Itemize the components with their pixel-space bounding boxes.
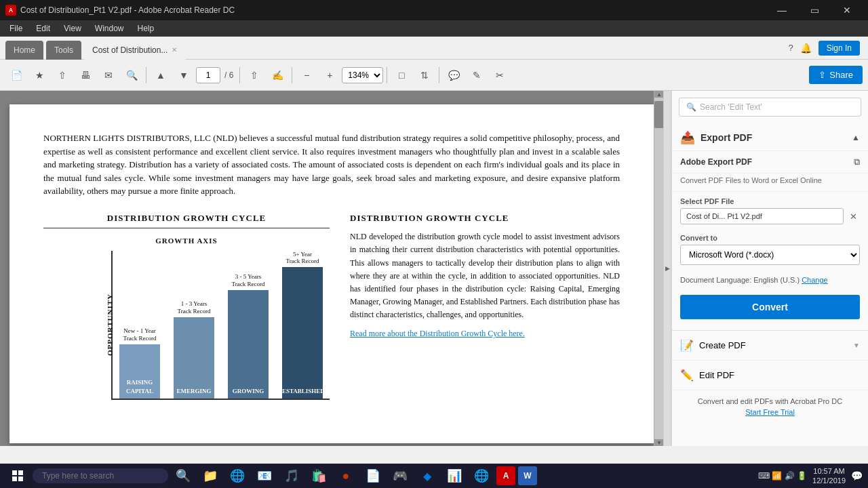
adobe-export-row: Adobe Export PDF ⧉ [672, 151, 868, 174]
fit-page-button[interactable]: □ [391, 64, 412, 86]
pdf-scrollbar[interactable]: ▲ ▼ [654, 91, 663, 446]
taskbar-search-input[interactable] [33, 468, 168, 483]
menu-file[interactable]: File [3, 22, 29, 35]
search-placeholder: Search 'Edit Text' [700, 102, 762, 112]
tab-close-icon[interactable]: ✕ [172, 46, 177, 54]
taskbar-app-mail[interactable]: 📧 [252, 464, 277, 488]
zoom-selector[interactable]: 134% 100% 75% 150% [342, 67, 383, 83]
export-pdf-left: 📤 Export PDF [680, 130, 752, 145]
zoom-out-button[interactable]: − [296, 64, 317, 86]
upload-button[interactable]: ⇧ [52, 64, 73, 86]
svg-rect-0 [12, 470, 17, 475]
dist-cycle-text: NLD developed the distribution growth cy… [350, 230, 620, 321]
help-icon[interactable]: ? [788, 43, 793, 53]
start-trial-link[interactable]: Start Free Trial [680, 408, 860, 416]
tab-document[interactable]: Cost of Distribution... ✕ [84, 41, 185, 60]
taskbar-app-word[interactable]: W [518, 466, 537, 485]
minimize-button[interactable]: ― [766, 0, 797, 20]
separator-2 [239, 67, 240, 83]
taskbar-system-tray: ⌨ 📶 🔊 🔋 [758, 471, 807, 481]
share-button[interactable]: ⇧ Share [809, 66, 863, 84]
tab-tools[interactable]: Tools [46, 41, 81, 60]
notification-icon[interactable]: 💬 [851, 470, 863, 481]
tab-home[interactable]: Home [5, 41, 43, 60]
bar-3: 3 - 5 YearsTrack Record GROWING [221, 251, 275, 399]
bar-4: 5+ YearTrack Record ESTABLISHED [275, 251, 330, 399]
separator-3 [292, 67, 292, 83]
pdf-viewer: NORTHERN LIGHTS DISTRIBUTORS, LLC (NLD) … [0, 91, 663, 446]
share-label: Share [829, 70, 853, 80]
taskbar-left: 🔍 📁 🌐 📧 🎵 🛍️ ● 📄 🎮 ◆ 📊 🌐 A W [5, 464, 537, 488]
chart-subtitle: GROWTH AXIS [43, 235, 330, 247]
read-more-link[interactable]: Read more about the Distribution Growth … [350, 327, 620, 340]
taskbar-app-edge[interactable]: 🌐 [225, 464, 250, 488]
export-pdf-title: Export PDF [701, 132, 752, 143]
select-tool[interactable]: ⇧ [243, 64, 265, 86]
taskbar-app-doc[interactable]: 📄 [361, 464, 385, 488]
next-page-button[interactable]: ▼ [173, 64, 195, 86]
edit-pdf-label: Edit PDF [699, 370, 734, 380]
search-edit-text[interactable]: 🔍 Search 'Edit Text' [679, 98, 861, 117]
convert-to-selector[interactable]: Microsoft Word (*.docx) Microsoft Excel … [680, 245, 860, 265]
title-bar: A Cost of Distribution_Pt1 V2.pdf - Adob… [0, 0, 868, 20]
convert-button[interactable]: Convert [680, 295, 860, 319]
close-button[interactable]: ✕ [831, 0, 863, 20]
page-number-input[interactable] [196, 67, 220, 83]
export-collapse-icon[interactable]: ▲ [852, 133, 860, 142]
scroll-button[interactable]: ⇅ [414, 64, 435, 86]
taskbar-app-chrome[interactable]: 🌐 [469, 464, 494, 488]
taskbar-app-blue[interactable]: ◆ [415, 464, 439, 488]
collapse-icon: ▶ [665, 265, 670, 272]
taskbar-app-1[interactable]: 🔍 [171, 464, 195, 488]
maximize-button[interactable]: ▭ [799, 0, 830, 20]
create-pdf-chevron: ▼ [853, 342, 860, 349]
comment-button[interactable]: 💬 [443, 64, 465, 86]
print-button[interactable]: 🖶 [75, 64, 96, 86]
prev-page-button[interactable]: ▲ [150, 64, 172, 86]
doc-language-row: Document Language: English (U.S.) Change [672, 273, 868, 289]
email-button[interactable]: ✉ [98, 64, 119, 86]
page-total: / 6 [224, 70, 233, 80]
bookmark-button[interactable]: ★ [28, 64, 50, 86]
taskbar-app-red[interactable]: ● [334, 464, 358, 488]
separator-4 [387, 67, 387, 83]
taskbar-app-2[interactable]: 📁 [198, 464, 222, 488]
menu-window[interactable]: Window [88, 22, 131, 35]
taskbar-app-game[interactable]: 🎮 [388, 464, 412, 488]
measure-button[interactable]: ✂ [489, 64, 511, 86]
new-button[interactable]: 📄 [5, 64, 27, 86]
edit-pdf-icon: ✏️ [680, 369, 694, 382]
bottom-promo: Convert and edit PDFs with Acrobat Pro D… [672, 390, 868, 423]
window-title: Cost of Distribution_Pt1 V2.pdf - Adobe … [20, 5, 235, 15]
scroll-up-arrow[interactable]: ▲ [654, 91, 663, 98]
zoom-in-button[interactable]: + [319, 64, 340, 86]
menu-view[interactable]: View [57, 22, 88, 35]
taskbar-date: 12/1/2019 [812, 476, 846, 485]
menu-edit[interactable]: Edit [29, 22, 57, 35]
svg-rect-1 [18, 470, 23, 475]
start-button[interactable] [5, 464, 30, 488]
draw-button[interactable]: ✎ [466, 64, 488, 86]
copy-icon[interactable]: ⧉ [854, 157, 860, 167]
export-description: Convert PDF Files to Word or Excel Onlin… [672, 174, 868, 192]
y-axis-label: OPPORTUNITY [104, 293, 116, 356]
panel-collapse-btn[interactable]: ▶ [663, 91, 671, 446]
menu-help[interactable]: Help [131, 22, 161, 35]
toolbar: 📄 ★ ⇧ 🖶 ✉ 🔍 ▲ ▼ / 6 ⇧ ✍ − + 134% 100% 75… [0, 60, 868, 91]
scroll-down-arrow[interactable]: ▼ [654, 439, 663, 446]
taskbar-app-store[interactable]: 🛍️ [307, 464, 331, 488]
edit-pdf-row[interactable]: ✏️ Edit PDF [672, 361, 868, 390]
file-clear-button[interactable]: ✕ [846, 209, 860, 223]
title-bar-controls[interactable]: ― ▭ ✕ [766, 0, 863, 20]
taskbar-app-excel[interactable]: 📊 [442, 464, 467, 488]
create-pdf-row[interactable]: 📝 Create PDF ▼ [672, 331, 868, 361]
search-button[interactable]: 🔍 [121, 64, 142, 86]
taskbar-app-music[interactable]: 🎵 [279, 464, 304, 488]
taskbar-app-acrobat[interactable]: A [496, 466, 515, 485]
separator-5 [439, 67, 439, 83]
scroll-thumb[interactable] [654, 101, 663, 128]
bell-icon[interactable]: 🔔 [800, 43, 812, 54]
change-language-link[interactable]: Change [802, 276, 828, 284]
hand-tool[interactable]: ✍ [267, 64, 288, 86]
sign-in-button[interactable]: Sign In [818, 41, 860, 56]
